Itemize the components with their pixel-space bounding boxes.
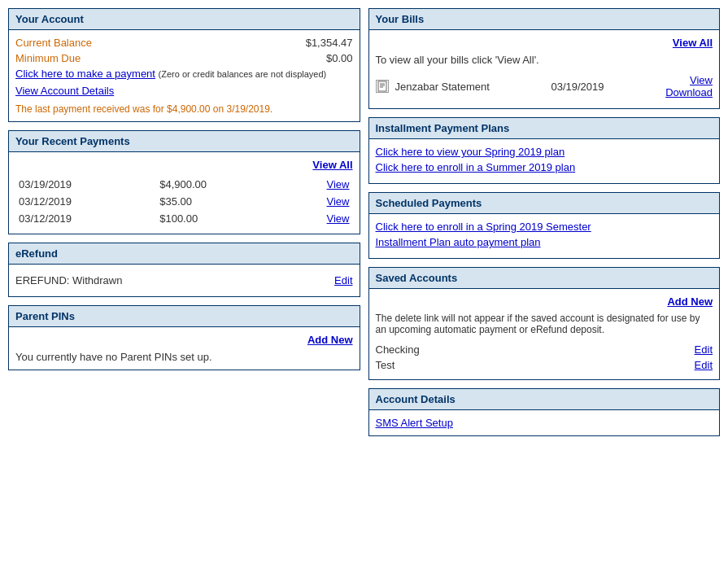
view-account-details-link[interactable]: View Account Details: [15, 85, 114, 97]
sms-alert-setup-link[interactable]: SMS Alert Setup: [376, 417, 453, 429]
payment-view-link[interactable]: View: [283, 193, 352, 210]
payment-date: 03/12/2019: [15, 210, 156, 227]
saved-account-edit-link[interactable]: Edit: [695, 359, 713, 371]
table-row: 03/12/2019 $35.00 View: [15, 193, 353, 210]
bill-date: 03/19/2019: [496, 81, 659, 93]
enroll-summer-plan-link[interactable]: Click here to enroll in a Summer 2019 pl…: [376, 161, 713, 173]
parent-pins-add-new[interactable]: Add New: [307, 334, 353, 346]
saved-account-name: Test: [376, 359, 395, 371]
saved-account-row: Checking Edit: [376, 342, 713, 357]
your-bills-header: Your Bills: [369, 9, 720, 30]
recent-payments-panel: Your Recent Payments View All 03/19/2019…: [8, 130, 360, 234]
installment-plans-header: Installment Payment Plans: [369, 118, 720, 139]
bill-download-link[interactable]: Download: [665, 86, 713, 98]
bill-document-icon: [376, 80, 389, 93]
account-details-header: Account Details: [369, 389, 720, 410]
erefund-panel: eRefund EREFUND: Withdrawn Edit: [8, 243, 360, 297]
parent-pins-message: You currently have no Parent PINs set up…: [15, 351, 353, 363]
current-balance-label: Current Balance: [15, 37, 92, 49]
payment-date: 03/19/2019: [15, 176, 156, 193]
installment-auto-payment-link[interactable]: Installment Plan auto payment plan: [376, 236, 713, 248]
enroll-spring-semester-link[interactable]: Click here to enroll in a Spring 2019 Se…: [376, 221, 713, 233]
last-payment-text: The last payment received was for $4,900…: [15, 103, 353, 115]
your-bills-panel: Your Bills View All To view all your bil…: [368, 8, 721, 109]
your-account-panel: Your Account Current Balance $1,354.47 M…: [8, 8, 360, 122]
minimum-due-label: Minimum Due: [15, 52, 81, 64]
saved-accounts-header: Saved Accounts: [369, 268, 720, 289]
recent-payments-header: Your Recent Payments: [9, 131, 360, 152]
parent-pins-panel: Parent PINs Add New You currently have n…: [8, 305, 360, 370]
payment-view-link[interactable]: View: [283, 176, 352, 193]
scheduled-payments-panel: Scheduled Payments Click here to enroll …: [368, 192, 721, 259]
current-balance-value: $1,354.47: [306, 37, 353, 49]
parent-pins-header: Parent PINs: [9, 306, 360, 327]
erefund-status: EREFUND: Withdrawn: [15, 274, 122, 286]
erefund-edit-link[interactable]: Edit: [334, 274, 352, 286]
minimum-due-value: $0.00: [326, 52, 353, 64]
make-payment-note: (Zero or credit balances are not display…: [159, 69, 327, 79]
scheduled-payments-header: Scheduled Payments: [369, 193, 720, 214]
table-row: 03/19/2019 $4,900.00 View: [15, 176, 353, 193]
payments-table: 03/19/2019 $4,900.00 View 03/12/2019 $35…: [15, 176, 353, 227]
saved-accounts-note: The delete link will not appear if the s…: [376, 313, 713, 335]
svg-rect-0: [378, 81, 386, 91]
bill-name: Jenzabar Statement: [395, 81, 490, 93]
bills-info-text: To view all your bills click 'View All'.: [376, 54, 713, 66]
account-details-panel: Account Details SMS Alert Setup: [368, 388, 721, 436]
payment-date: 03/12/2019: [15, 193, 156, 210]
installment-plans-panel: Installment Payment Plans Click here to …: [368, 117, 721, 184]
bills-view-all[interactable]: View All: [673, 37, 713, 49]
saved-account-edit-link[interactable]: Edit: [695, 343, 713, 356]
payment-amount: $4,900.00: [156, 176, 283, 193]
saved-account-name: Checking: [376, 343, 420, 356]
view-spring-plan-link[interactable]: Click here to view your Spring 2019 plan: [376, 146, 713, 158]
saved-account-row: Test Edit: [376, 357, 713, 373]
saved-accounts-add-new[interactable]: Add New: [667, 295, 713, 308]
your-account-header: Your Account: [9, 9, 360, 30]
erefund-header: eRefund: [9, 243, 360, 265]
recent-payments-view-all[interactable]: View All: [312, 159, 352, 171]
bill-view-link[interactable]: View: [690, 74, 713, 86]
make-payment-link[interactable]: Click here to make a payment: [15, 68, 155, 80]
payment-amount: $35.00: [156, 193, 283, 210]
payment-view-link[interactable]: View: [283, 210, 352, 227]
table-row: 03/12/2019 $100.00 View: [15, 210, 353, 227]
payment-amount: $100.00: [156, 210, 283, 227]
saved-accounts-panel: Saved Accounts Add New The delete link w…: [368, 267, 721, 380]
